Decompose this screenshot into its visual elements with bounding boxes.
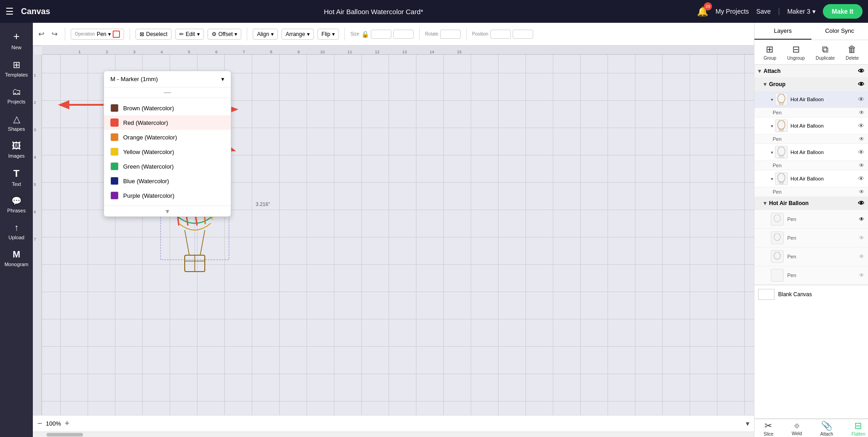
tab-color-sync[interactable]: Color Sync <box>811 23 868 40</box>
orange-swatch <box>110 133 119 141</box>
group-eye-icon[interactable]: 👁 <box>858 81 864 88</box>
weld-icon: ⟐ <box>794 420 800 431</box>
sub-pen-row-4[interactable]: Pen 👁 <box>754 266 868 285</box>
sub2-pen-label: Pen <box>787 235 855 241</box>
save-link[interactable]: Save <box>756 8 771 15</box>
sidebar-item-monogram[interactable]: M Monogram <box>2 246 31 271</box>
width-input[interactable] <box>371 30 391 39</box>
attach-eye-icon[interactable]: 👁 <box>858 67 864 75</box>
toolbar-separator-4 <box>344 28 345 41</box>
operation-label: Operation <box>75 31 95 36</box>
sidebar-item-images[interactable]: 🖼 Images <box>2 137 31 162</box>
ungroup-button[interactable]: ⊟ Ungroup <box>787 44 805 61</box>
tab-layers[interactable]: Layers <box>754 23 811 40</box>
undo-button[interactable]: ↩ <box>36 28 46 40</box>
layer2-pen-row[interactable]: Pen 👁 <box>754 134 868 144</box>
horizontal-scrollbar[interactable] <box>33 432 754 437</box>
layer3-pen-row[interactable]: Pen 👁 <box>754 161 868 170</box>
templates-icon: ⊞ <box>13 59 21 70</box>
sub1-eye-icon[interactable]: 👁 <box>859 216 864 222</box>
layer-row-1[interactable]: ▾ Hot Air Balloon 👁 Pen 👁 <box>754 91 868 118</box>
layer2-pen-eye[interactable]: 👁 <box>859 136 864 142</box>
pos-x-input[interactable] <box>490 30 511 39</box>
attach-header[interactable]: ▾ Attach 👁 <box>754 65 868 78</box>
scroll-down-button[interactable]: ▾ <box>746 419 749 428</box>
sidebar-item-text[interactable]: T Text <box>2 164 31 190</box>
sub2-eye-icon[interactable]: 👁 <box>859 235 864 241</box>
sidebar-item-projects[interactable]: 🗂 Projects <box>2 83 31 108</box>
images-icon: 🖼 <box>12 141 21 151</box>
sub4-eye-icon[interactable]: 👁 <box>859 272 864 278</box>
slice-button[interactable]: ✂ Slice <box>754 418 783 437</box>
arrange-button[interactable]: Arrange ▾ <box>281 29 314 40</box>
layer4-pen-eye[interactable]: 👁 <box>859 189 864 195</box>
svg-point-23 <box>774 233 780 241</box>
sidebar-item-phrases[interactable]: 💬 Phrases <box>2 192 31 217</box>
menu-icon[interactable]: ☰ <box>5 6 14 17</box>
operation-dropdown: M - Marker (1mm) ▾ — Brown (Watercolor) … <box>104 71 231 217</box>
make-it-button[interactable]: Make It <box>823 4 863 19</box>
rotate-input[interactable] <box>440 30 461 39</box>
layer1-pen-eye[interactable]: 👁 <box>859 109 864 116</box>
zoom-out-button[interactable]: − <box>37 419 42 428</box>
green-swatch <box>110 162 119 170</box>
sub-pen-row-1[interactable]: Pen 👁 <box>754 210 868 229</box>
layer3-eye[interactable]: 👁 <box>858 149 864 156</box>
my-projects-link[interactable]: My Projects <box>716 8 749 15</box>
zoom-in-button[interactable]: + <box>65 419 70 428</box>
delete-button[interactable]: 🗑 Delete <box>846 44 859 61</box>
layer3-pen-eye[interactable]: 👁 <box>859 162 864 169</box>
redo-button[interactable]: ↪ <box>50 28 59 40</box>
dropdown-item-brown[interactable]: Brown (Watercolor) <box>104 101 231 115</box>
svg-line-4 <box>185 230 189 255</box>
canvas-area[interactable]: 1 2 3 4 5 6 7 8 9 10 11 12 13 14 15 1 2 … <box>33 46 754 415</box>
layer1-pen-row[interactable]: Pen 👁 <box>754 108 868 118</box>
sub3-eye-icon[interactable]: 👁 <box>859 253 864 260</box>
weld-button[interactable]: ⟐ Weld <box>783 418 811 437</box>
balloon-group-eye-icon[interactable]: 👁 <box>858 200 864 207</box>
dropdown-item-purple[interactable]: Purple (Watercolor) <box>104 188 231 203</box>
layer2-eye[interactable]: 👁 <box>858 122 864 129</box>
maker-select[interactable]: Maker 3 ▾ <box>787 8 816 15</box>
sub3-thumb <box>771 250 784 263</box>
dropdown-item-orange[interactable]: Orange (Watercolor) <box>104 130 231 144</box>
operation-selector[interactable]: Operation Pen ▾ <box>71 29 124 40</box>
dropdown-item-blue[interactable]: Blue (Watercolor) <box>104 174 231 188</box>
layer4-eye[interactable]: 👁 <box>858 175 864 182</box>
sub-pen-row-2[interactable]: Pen 👁 <box>754 229 868 247</box>
flatten-button[interactable]: ⊟ Flatten <box>842 418 868 437</box>
right-panel-actions: ⊞ Group ⊟ Ungroup ⧉ Duplicate 🗑 Delete <box>754 40 868 65</box>
lock-icon: 🔒 <box>361 31 369 38</box>
sidebar-item-shapes[interactable]: △ Shapes <box>2 110 31 135</box>
duplicate-button[interactable]: ⧉ Duplicate <box>816 44 835 61</box>
layer-row-3[interactable]: ▾ Hot Air Balloon 👁 Pen 👁 <box>754 144 868 170</box>
group-button[interactable]: ⊞ Group <box>764 44 776 61</box>
height-input[interactable] <box>393 30 414 39</box>
dropdown-chevron-icon: ▾ <box>221 76 224 82</box>
left-sidebar: + New ⊞ Templates 🗂 Projects △ Shapes 🖼 … <box>0 23 33 437</box>
balloon-group-header[interactable]: ▾ Hot Air Balloon 👁 <box>754 197 868 210</box>
bell-wrapper[interactable]: 🔔 29 <box>697 6 708 17</box>
sidebar-item-upload[interactable]: ↑ Upload <box>2 219 31 244</box>
sub-pen-row-3[interactable]: Pen 👁 <box>754 247 868 266</box>
scroll-thumb[interactable] <box>47 433 83 437</box>
dropdown-item-red[interactable]: Red (Watercolor) <box>104 115 231 130</box>
dropdown-item-yellow[interactable]: Yellow (Watercolor) <box>104 144 231 159</box>
attach-button[interactable]: 📎 Attach <box>811 418 842 437</box>
layer4-pen-row[interactable]: Pen 👁 <box>754 187 868 197</box>
align-button[interactable]: Align ▾ <box>253 29 278 40</box>
deselect-button[interactable]: ⊠ Deselect <box>135 29 172 40</box>
flip-button[interactable]: Flip ▾ <box>317 29 339 40</box>
edit-button[interactable]: ✏ Edit ▾ <box>175 29 204 40</box>
pos-y-input[interactable] <box>513 30 533 39</box>
sidebar-item-templates[interactable]: ⊞ Templates <box>2 56 31 81</box>
dropdown-item-green[interactable]: Green (Watercolor) <box>104 159 231 174</box>
offset-button[interactable]: ⚙ Offset ▾ <box>208 29 242 40</box>
layer-row-2[interactable]: ▾ Hot Air Balloon 👁 Pen 👁 <box>754 118 868 144</box>
sidebar-item-new[interactable]: + New <box>2 26 31 54</box>
layer1-label: Hot Air Balloon <box>790 97 858 102</box>
new-icon: + <box>13 30 20 43</box>
group-header[interactable]: ▾ Group 👁 <box>754 78 868 91</box>
layer-row-4[interactable]: ▾ Hot Air Balloon 👁 Pen 👁 <box>754 170 868 197</box>
layer1-eye[interactable]: 👁 <box>858 96 864 103</box>
